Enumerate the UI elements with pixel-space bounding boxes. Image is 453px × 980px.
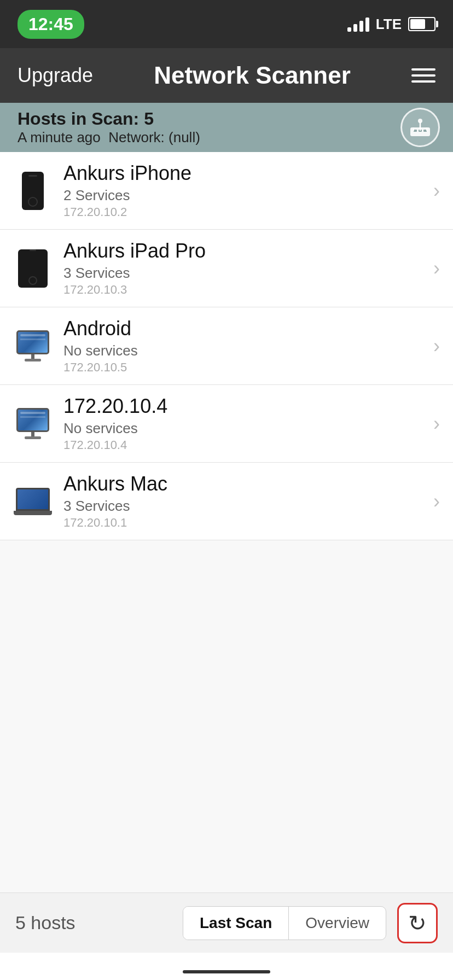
device-icon-iphone <box>13 169 53 213</box>
page-title: Network Scanner <box>154 62 350 89</box>
tab-overview[interactable]: Overview <box>288 907 386 940</box>
device-info: Android No services 172.20.10.5 <box>53 317 429 375</box>
home-pill <box>183 970 270 973</box>
device-name: 172.20.10.4 <box>63 395 429 418</box>
device-name: Android <box>63 317 429 340</box>
device-icon-mac <box>13 480 53 523</box>
device-ip: 172.20.10.4 <box>63 438 429 452</box>
chevron-right-icon: › <box>433 257 440 280</box>
hosts-total-label: 5 hosts <box>15 912 81 934</box>
device-icon-android <box>13 324 53 368</box>
device-name: Ankurs iPad Pro <box>63 240 429 262</box>
device-info: Ankurs iPad Pro 3 Services 172.20.10.3 <box>53 240 429 297</box>
empty-content-area <box>0 540 453 923</box>
tab-last-scan[interactable]: Last Scan <box>183 907 288 940</box>
device-info: 172.20.10.4 No services 172.20.10.4 <box>53 395 429 452</box>
scan-bar: Hosts in Scan: 5 A minute ago Network: (… <box>0 103 453 152</box>
device-ip: 172.20.10.1 <box>63 516 429 530</box>
bottom-tabs: Last Scan Overview <box>183 906 386 940</box>
device-info: Ankurs iPhone 2 Services 172.20.10.2 <box>53 162 429 219</box>
refresh-button[interactable]: ↻ <box>397 903 438 943</box>
status-bar: 12:45 LTE <box>0 0 453 48</box>
device-icon-ipad <box>13 247 53 290</box>
nav-bar: Upgrade Network Scanner <box>0 48 453 103</box>
upgrade-button[interactable]: Upgrade <box>18 64 93 87</box>
device-services: 2 Services <box>63 187 429 204</box>
device-services: 3 Services <box>63 265 429 282</box>
list-item[interactable]: Ankurs iPad Pro 3 Services 172.20.10.3 › <box>0 230 453 307</box>
device-ip: 172.20.10.2 <box>63 205 429 219</box>
device-services: No services <box>63 420 429 437</box>
list-item[interactable]: 172.20.10.4 No services 172.20.10.4 › <box>0 385 453 463</box>
chevron-right-icon: › <box>433 412 440 435</box>
device-info: Ankurs Mac 3 Services 172.20.10.1 <box>53 472 429 530</box>
status-time: 12:45 <box>18 10 84 39</box>
device-icon-unknown <box>13 402 53 446</box>
list-item[interactable]: Ankurs Mac 3 Services 172.20.10.1 › <box>0 463 453 540</box>
device-name: Ankurs iPhone <box>63 162 429 185</box>
bottom-bar: 5 hosts Last Scan Overview ↻ <box>0 892 453 953</box>
chevron-right-icon: › <box>433 335 440 358</box>
list-item[interactable]: Ankurs iPhone 2 Services 172.20.10.2 › <box>0 152 453 230</box>
battery-icon <box>408 17 435 31</box>
list-item[interactable]: Android No services 172.20.10.5 › <box>0 307 453 385</box>
scan-info: Hosts in Scan: 5 A minute ago Network: (… <box>18 109 200 146</box>
home-indicator <box>0 970 453 973</box>
scan-time-label: A minute ago Network: (null) <box>18 129 200 146</box>
menu-icon[interactable] <box>411 68 435 83</box>
signal-bars-icon <box>347 16 369 32</box>
chevron-right-icon: › <box>433 179 440 202</box>
chevron-right-icon: › <box>433 490 440 513</box>
device-ip: 172.20.10.3 <box>63 283 429 297</box>
status-right: LTE <box>347 16 435 33</box>
device-services: No services <box>63 342 429 359</box>
hosts-count-label: Hosts in Scan: 5 <box>18 109 200 129</box>
device-services: 3 Services <box>63 498 429 515</box>
device-name: Ankurs Mac <box>63 472 429 495</box>
svg-point-5 <box>418 119 422 123</box>
device-list: Ankurs iPhone 2 Services 172.20.10.2 › A… <box>0 152 453 540</box>
network-scan-icon[interactable] <box>400 108 440 147</box>
refresh-icon: ↻ <box>408 911 427 936</box>
lte-label: LTE <box>376 16 402 33</box>
device-ip: 172.20.10.5 <box>63 360 429 375</box>
